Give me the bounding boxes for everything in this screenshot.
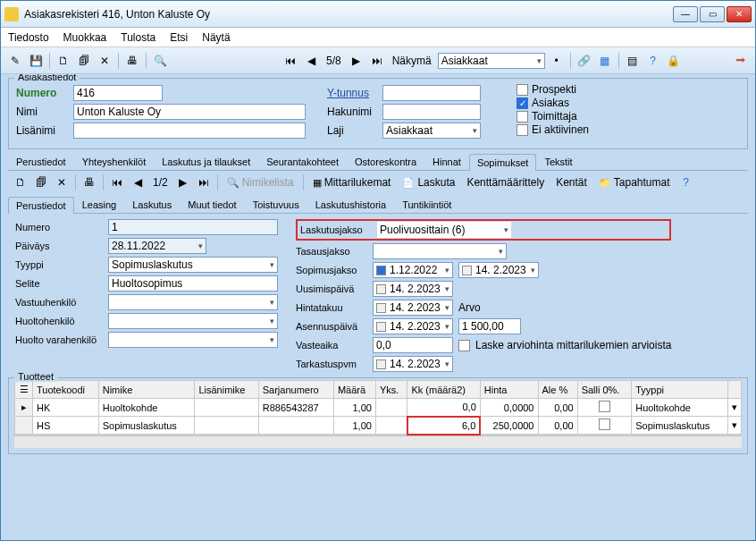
- sub-nav-first-icon[interactable]: ⏮: [108, 173, 126, 191]
- prospekti-checkbox[interactable]: [517, 84, 528, 96]
- th-salli[interactable]: Salli 0%.: [577, 381, 632, 399]
- nav-next-icon[interactable]: ▶: [348, 52, 365, 70]
- subtab-laskutus[interactable]: Laskutus: [124, 196, 180, 213]
- sub-nav-prev-icon[interactable]: ◀: [129, 173, 147, 191]
- close-button[interactable]: ✕: [727, 6, 752, 22]
- exit-icon[interactable]: ⮕: [732, 52, 750, 70]
- tab-ostoreskontra[interactable]: Ostoreskontra: [347, 153, 424, 170]
- edit-icon[interactable]: ✎: [6, 52, 24, 70]
- c-arvo-input[interactable]: [458, 318, 521, 334]
- tab-tekstit[interactable]: Tekstit: [536, 153, 580, 170]
- th-kk[interactable]: Kk (määrä2): [407, 381, 480, 399]
- c-numero-input[interactable]: [108, 219, 278, 235]
- th-yks[interactable]: Yks.: [375, 381, 407, 399]
- tab-sopimukset[interactable]: Sopimukset: [469, 154, 536, 171]
- asiakas-checkbox[interactable]: ✓: [517, 97, 528, 109]
- c-laske-checkbox[interactable]: [458, 340, 470, 351]
- save-icon[interactable]: 💾: [27, 52, 45, 70]
- c-huoltovara-select[interactable]: ▾: [108, 332, 278, 348]
- kentat-button[interactable]: Kentät: [551, 174, 592, 190]
- view-select[interactable]: Asiakkaat▾: [438, 53, 545, 69]
- allow-checkbox[interactable]: [599, 418, 610, 430]
- c-vasteaika-input[interactable]: [373, 337, 453, 353]
- c-asennuspaiva-input[interactable]: 14. 2.2023▾: [373, 318, 453, 334]
- menu-tulosta[interactable]: Tulosta: [121, 31, 155, 44]
- laskuta-button[interactable]: 📄 Laskuta: [398, 174, 459, 190]
- nav-first-icon[interactable]: ⏮: [281, 52, 299, 70]
- c-sopimusjakso-b[interactable]: 14. 2.2023▾: [458, 262, 539, 278]
- hakunimi-input[interactable]: [382, 104, 481, 120]
- delete-icon[interactable]: ✕: [96, 52, 113, 70]
- nav-last-icon[interactable]: ⏭: [368, 52, 386, 70]
- menu-muokkaa[interactable]: Muokkaa: [63, 31, 107, 44]
- c-tasausjakso-select[interactable]: ▾: [373, 243, 507, 259]
- row-menu-header[interactable]: ☰: [15, 381, 33, 399]
- subtab-laskutushistoria[interactable]: Laskutushistoria: [307, 196, 395, 213]
- row-dd-icon[interactable]: ▾: [728, 417, 742, 435]
- tab-perustiedot[interactable]: Perustiedot: [8, 153, 74, 170]
- nimikelista-button[interactable]: 🔍 Nimikelista: [223, 174, 298, 190]
- c-laskutusjakso-select[interactable]: Puolivuosittain (6)▾: [377, 222, 511, 238]
- th-lisanimike[interactable]: Lisänimike: [195, 381, 258, 399]
- numero-input[interactable]: [73, 85, 163, 101]
- sub-print-icon[interactable]: 🖶: [80, 173, 98, 191]
- c-selite-input[interactable]: [108, 275, 278, 292]
- lisanimi-input[interactable]: [73, 123, 306, 139]
- subtab-leasing[interactable]: Leasing: [74, 196, 125, 213]
- tapahtumat-button[interactable]: 📁 Tapahtumat: [594, 174, 675, 190]
- th-hinta[interactable]: Hinta: [480, 381, 538, 399]
- sub-help-icon[interactable]: ?: [677, 173, 695, 191]
- copy-icon[interactable]: 🗐: [75, 52, 93, 70]
- allow-checkbox[interactable]: [599, 401, 610, 412]
- sub-nav-next-icon[interactable]: ▶: [174, 173, 192, 191]
- row-dd-icon[interactable]: ▾: [728, 399, 742, 417]
- th-tuotekoodi[interactable]: Tuotekoodi: [33, 381, 99, 399]
- c-hintatakuu-input[interactable]: 14. 2.2023▾: [373, 300, 453, 316]
- tab-hinnat[interactable]: Hinnat: [424, 153, 469, 170]
- nav-prev-icon[interactable]: ◀: [302, 52, 320, 70]
- subtab-tuntikiintiot[interactable]: Tuntikiintiöt: [394, 196, 459, 213]
- ytunnus-link[interactable]: Y-tunnus: [327, 87, 377, 99]
- tab-yhteyshenkilot[interactable]: Yhteyshenkilöt: [74, 153, 155, 170]
- table-row[interactable]: ▸ HK Huoltokohde R886543287 1,00 0,0 0,0…: [15, 399, 742, 417]
- tab-seurantakohteet[interactable]: Seurantakohteet: [258, 153, 347, 170]
- print-icon[interactable]: 🖶: [123, 52, 141, 70]
- th-nimike[interactable]: Nimike: [98, 381, 195, 399]
- th-maara[interactable]: Määrä: [333, 381, 375, 399]
- toimittaja-checkbox[interactable]: [517, 111, 528, 123]
- c-vastuuhenkilo-select[interactable]: ▾: [108, 294, 278, 310]
- db-icon[interactable]: ▦: [596, 52, 614, 70]
- c-uusimispaiva-input[interactable]: 14. 2.2023▾: [373, 281, 453, 297]
- c-tarkastuspvm-input[interactable]: 14. 2.2023▾: [373, 356, 453, 372]
- notes-icon[interactable]: ▤: [624, 52, 642, 70]
- c-sopimusjakso-a[interactable]: 1.12.2022▾: [373, 262, 453, 278]
- help-icon[interactable]: ?: [644, 52, 662, 70]
- link-icon[interactable]: 🔗: [575, 52, 593, 70]
- c-tyyppi-select[interactable]: Sopimuslaskutus▾: [108, 257, 278, 273]
- subtab-toistuvuus[interactable]: Toistuvuus: [245, 196, 307, 213]
- minimize-button[interactable]: —: [673, 6, 698, 22]
- sub-copy-icon[interactable]: 🗐: [32, 173, 50, 191]
- sub-new-icon[interactable]: 🗋: [12, 173, 29, 191]
- subtab-muut[interactable]: Muut tiedot: [180, 196, 244, 213]
- bullet-icon[interactable]: •: [548, 52, 566, 70]
- menu-tiedosto[interactable]: Tiedosto: [8, 31, 49, 44]
- lock-icon[interactable]: 🔒: [665, 52, 683, 70]
- new-icon[interactable]: 🗋: [55, 52, 72, 70]
- ytunnus-input[interactable]: [382, 85, 481, 101]
- c-paivays-input[interactable]: 28.11.2022▾: [108, 238, 206, 254]
- table-row[interactable]: HS Sopimuslaskutus 1,00 6,0 250,0000 0,0…: [15, 417, 742, 435]
- grid-hscroll[interactable]: [14, 435, 742, 448]
- th-ale[interactable]: Ale %: [538, 381, 577, 399]
- menu-nayta[interactable]: Näytä: [202, 31, 230, 44]
- nimi-input[interactable]: [73, 104, 306, 120]
- subtab-perustiedot[interactable]: Perustiedot: [8, 197, 74, 214]
- sub-delete-icon[interactable]: ✕: [53, 173, 71, 191]
- c-huoltohenkilo-select[interactable]: ▾: [108, 313, 278, 329]
- sub-nav-last-icon[interactable]: ⏭: [195, 173, 213, 191]
- maximize-button[interactable]: ▭: [700, 6, 725, 22]
- th-tyyppi[interactable]: Tyyppi: [632, 381, 728, 399]
- th-sarjanumero[interactable]: Sarjanumero: [258, 381, 333, 399]
- eiaktiivinen-checkbox[interactable]: [517, 124, 528, 136]
- kenttamaarittely-button[interactable]: Kenttämäärittely: [462, 174, 549, 190]
